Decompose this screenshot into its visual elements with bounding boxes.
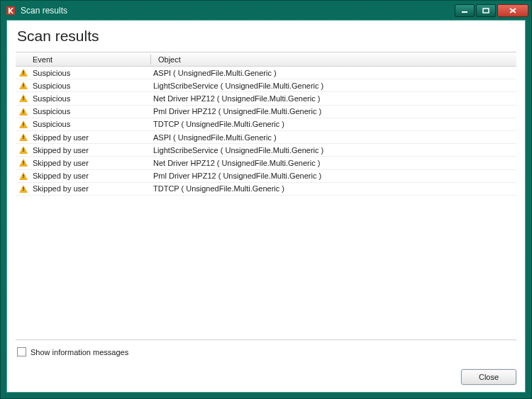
event-cell: Skipped by user	[31, 184, 150, 193]
event-cell: Skipped by user	[31, 159, 150, 167]
object-cell: Pml Driver HPZ12 ( UnsignedFile.Multi.Ge…	[150, 107, 516, 116]
window-controls	[455, 4, 528, 17]
object-cell: TDTCP ( UnsignedFile.Multi.Generic )	[150, 120, 516, 128]
show-info-checkbox-wrap[interactable]: Show information messages	[17, 347, 128, 356]
warning-icon	[19, 82, 28, 89]
column-divider[interactable]	[150, 55, 151, 64]
table-row[interactable]: Skipped by userNet Driver HPZ12 ( Unsign…	[16, 157, 516, 169]
table-row[interactable]: SuspiciousPml Driver HPZ12 ( UnsignedFil…	[16, 106, 516, 118]
maximize-button[interactable]	[476, 4, 496, 17]
table-row[interactable]: SuspiciousLightScribeService ( UnsignedF…	[16, 79, 516, 92]
footer-row: Show information messages	[16, 347, 516, 356]
table-row[interactable]: Skipped by userASPI ( UnsignedFile.Multi…	[16, 131, 516, 144]
event-cell: Skipped by user	[31, 172, 150, 180]
table-row[interactable]: SuspiciousNet Driver HPZ12 ( UnsignedFil…	[16, 92, 516, 105]
warning-icon	[19, 185, 28, 193]
object-cell: ASPI ( UnsignedFile.Multi.Generic )	[150, 133, 516, 142]
column-header-event[interactable]: Event	[31, 55, 150, 64]
warning-icon	[19, 172, 28, 180]
app-window: Scan results Scan results Event	[0, 0, 532, 399]
event-cell: Suspicious	[31, 107, 150, 116]
event-cell: Suspicious	[31, 82, 150, 90]
row-icon-cell	[16, 94, 31, 102]
svg-rect-2	[483, 9, 489, 13]
warning-icon	[19, 159, 28, 167]
warning-icon	[19, 94, 28, 102]
row-icon-cell	[16, 108, 31, 116]
results-table: Event Object SuspiciousASPI ( UnsignedFi…	[16, 52, 516, 340]
row-icon-cell	[16, 159, 31, 167]
table-body[interactable]: SuspiciousASPI ( UnsignedFile.Multi.Gene…	[16, 67, 516, 339]
object-cell: ASPI ( UnsignedFile.Multi.Generic )	[150, 69, 516, 77]
row-icon-cell	[16, 120, 31, 128]
object-cell: Net Driver HPZ12 ( UnsignedFile.Multi.Ge…	[150, 94, 516, 103]
object-cell: TDTCP ( UnsignedFile.Multi.Generic )	[150, 184, 516, 193]
warning-icon	[19, 120, 28, 128]
warning-icon	[19, 108, 28, 116]
object-cell: Net Driver HPZ12 ( UnsignedFile.Multi.Ge…	[150, 159, 516, 167]
window-close-button[interactable]	[497, 4, 528, 17]
object-cell: Pml Driver HPZ12 ( UnsignedFile.Multi.Ge…	[150, 172, 516, 180]
kaspersky-logo-icon	[5, 5, 16, 16]
row-icon-cell	[16, 172, 31, 180]
object-cell: LightScribeService ( UnsignedFile.Multi.…	[150, 82, 516, 90]
warning-icon	[19, 69, 28, 77]
event-cell: Suspicious	[31, 120, 150, 128]
table-row[interactable]: SuspiciousTDTCP ( UnsignedFile.Multi.Gen…	[16, 118, 516, 131]
titlebar[interactable]: Scan results	[1, 1, 531, 20]
checkbox-icon[interactable]	[17, 347, 26, 356]
minimize-icon	[461, 8, 468, 13]
row-icon-cell	[16, 185, 31, 193]
show-info-label: Show information messages	[31, 348, 128, 356]
event-cell: Suspicious	[31, 94, 150, 103]
event-cell: Skipped by user	[31, 133, 150, 142]
table-row[interactable]: SuspiciousASPI ( UnsignedFile.Multi.Gene…	[16, 67, 516, 79]
maximize-icon	[482, 8, 489, 13]
object-cell: LightScribeService ( UnsignedFile.Multi.…	[150, 146, 516, 154]
warning-icon	[19, 133, 28, 141]
column-header-object[interactable]: Object	[155, 55, 516, 64]
close-icon	[509, 8, 516, 13]
minimize-button[interactable]	[455, 4, 475, 17]
row-icon-cell	[16, 82, 31, 89]
page-title: Scan results	[17, 28, 516, 45]
event-cell: Skipped by user	[31, 146, 150, 154]
content-area: Scan results Event Object SuspiciousASPI…	[6, 20, 526, 393]
button-row: Close	[16, 369, 516, 385]
row-icon-cell	[16, 146, 31, 154]
row-icon-cell	[16, 69, 31, 77]
table-row[interactable]: Skipped by userPml Driver HPZ12 ( Unsign…	[16, 170, 516, 183]
table-row[interactable]: Skipped by userTDTCP ( UnsignedFile.Mult…	[16, 183, 516, 196]
window-title: Scan results	[21, 6, 455, 16]
warning-icon	[19, 146, 28, 154]
row-icon-cell	[16, 133, 31, 141]
close-button[interactable]: Close	[461, 369, 516, 385]
table-row[interactable]: Skipped by userLightScribeService ( Unsi…	[16, 144, 516, 157]
event-cell: Suspicious	[31, 69, 150, 77]
table-header: Event Object	[16, 52, 516, 67]
svg-rect-1	[462, 11, 467, 13]
